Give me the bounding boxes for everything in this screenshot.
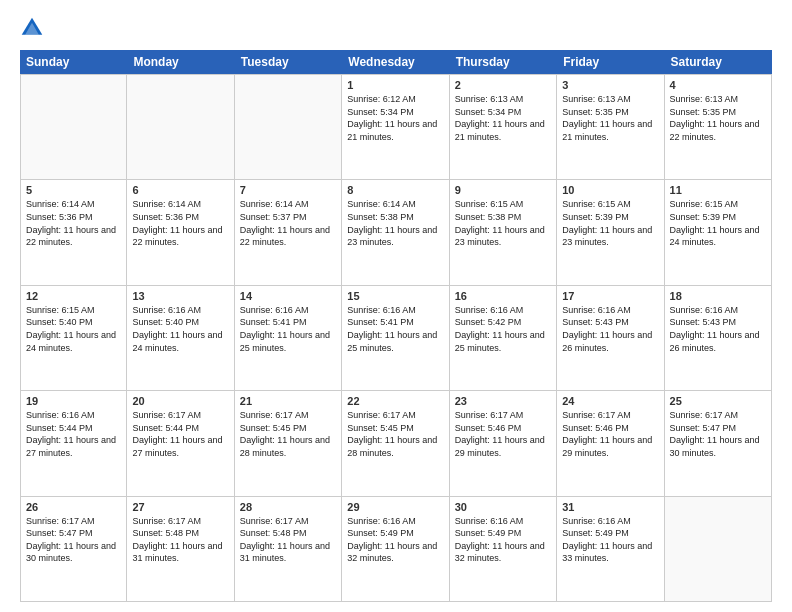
day-info: Sunrise: 6:15 AM Sunset: 5:39 PM Dayligh…: [562, 198, 658, 248]
day-number: 3: [562, 79, 658, 91]
calendar-cell: 12Sunrise: 6:15 AM Sunset: 5:40 PM Dayli…: [20, 286, 127, 390]
weekday-header: Tuesday: [235, 50, 342, 74]
day-info: Sunrise: 6:15 AM Sunset: 5:39 PM Dayligh…: [670, 198, 766, 248]
day-number: 26: [26, 501, 121, 513]
calendar-cell: [235, 75, 342, 179]
day-number: 22: [347, 395, 443, 407]
calendar-week-row: 12Sunrise: 6:15 AM Sunset: 5:40 PM Dayli…: [20, 286, 772, 391]
day-number: 6: [132, 184, 228, 196]
calendar-cell: 16Sunrise: 6:16 AM Sunset: 5:42 PM Dayli…: [450, 286, 557, 390]
calendar-cell: [127, 75, 234, 179]
day-info: Sunrise: 6:13 AM Sunset: 5:34 PM Dayligh…: [455, 93, 551, 143]
day-number: 7: [240, 184, 336, 196]
day-number: 16: [455, 290, 551, 302]
day-info: Sunrise: 6:16 AM Sunset: 5:40 PM Dayligh…: [132, 304, 228, 354]
calendar-cell: [665, 497, 772, 601]
day-number: 23: [455, 395, 551, 407]
day-info: Sunrise: 6:16 AM Sunset: 5:43 PM Dayligh…: [562, 304, 658, 354]
calendar-cell: 23Sunrise: 6:17 AM Sunset: 5:46 PM Dayli…: [450, 391, 557, 495]
calendar-header: SundayMondayTuesdayWednesdayThursdayFrid…: [20, 50, 772, 74]
day-info: Sunrise: 6:17 AM Sunset: 5:48 PM Dayligh…: [240, 515, 336, 565]
day-number: 21: [240, 395, 336, 407]
day-info: Sunrise: 6:17 AM Sunset: 5:47 PM Dayligh…: [670, 409, 766, 459]
day-number: 10: [562, 184, 658, 196]
calendar-cell: [20, 75, 127, 179]
calendar-cell: 27Sunrise: 6:17 AM Sunset: 5:48 PM Dayli…: [127, 497, 234, 601]
day-info: Sunrise: 6:16 AM Sunset: 5:43 PM Dayligh…: [670, 304, 766, 354]
day-info: Sunrise: 6:14 AM Sunset: 5:36 PM Dayligh…: [132, 198, 228, 248]
calendar-cell: 6Sunrise: 6:14 AM Sunset: 5:36 PM Daylig…: [127, 180, 234, 284]
calendar-cell: 24Sunrise: 6:17 AM Sunset: 5:46 PM Dayli…: [557, 391, 664, 495]
calendar-cell: 5Sunrise: 6:14 AM Sunset: 5:36 PM Daylig…: [20, 180, 127, 284]
day-info: Sunrise: 6:17 AM Sunset: 5:48 PM Dayligh…: [132, 515, 228, 565]
calendar-cell: 21Sunrise: 6:17 AM Sunset: 5:45 PM Dayli…: [235, 391, 342, 495]
header: [20, 16, 772, 40]
day-number: 14: [240, 290, 336, 302]
calendar-cell: 30Sunrise: 6:16 AM Sunset: 5:49 PM Dayli…: [450, 497, 557, 601]
day-number: 17: [562, 290, 658, 302]
calendar-cell: 17Sunrise: 6:16 AM Sunset: 5:43 PM Dayli…: [557, 286, 664, 390]
day-info: Sunrise: 6:14 AM Sunset: 5:38 PM Dayligh…: [347, 198, 443, 248]
day-number: 28: [240, 501, 336, 513]
calendar-week-row: 19Sunrise: 6:16 AM Sunset: 5:44 PM Dayli…: [20, 391, 772, 496]
weekday-header: Sunday: [20, 50, 127, 74]
calendar-week-row: 26Sunrise: 6:17 AM Sunset: 5:47 PM Dayli…: [20, 497, 772, 602]
day-info: Sunrise: 6:16 AM Sunset: 5:49 PM Dayligh…: [347, 515, 443, 565]
day-info: Sunrise: 6:17 AM Sunset: 5:44 PM Dayligh…: [132, 409, 228, 459]
calendar-cell: 7Sunrise: 6:14 AM Sunset: 5:37 PM Daylig…: [235, 180, 342, 284]
calendar-cell: 19Sunrise: 6:16 AM Sunset: 5:44 PM Dayli…: [20, 391, 127, 495]
day-number: 13: [132, 290, 228, 302]
calendar-cell: 10Sunrise: 6:15 AM Sunset: 5:39 PM Dayli…: [557, 180, 664, 284]
calendar-cell: 13Sunrise: 6:16 AM Sunset: 5:40 PM Dayli…: [127, 286, 234, 390]
day-number: 1: [347, 79, 443, 91]
day-info: Sunrise: 6:13 AM Sunset: 5:35 PM Dayligh…: [670, 93, 766, 143]
day-info: Sunrise: 6:17 AM Sunset: 5:46 PM Dayligh…: [562, 409, 658, 459]
day-info: Sunrise: 6:16 AM Sunset: 5:41 PM Dayligh…: [347, 304, 443, 354]
day-info: Sunrise: 6:17 AM Sunset: 5:47 PM Dayligh…: [26, 515, 121, 565]
day-number: 31: [562, 501, 658, 513]
weekday-header: Thursday: [450, 50, 557, 74]
day-number: 12: [26, 290, 121, 302]
calendar-cell: 1Sunrise: 6:12 AM Sunset: 5:34 PM Daylig…: [342, 75, 449, 179]
calendar-cell: 25Sunrise: 6:17 AM Sunset: 5:47 PM Dayli…: [665, 391, 772, 495]
day-info: Sunrise: 6:16 AM Sunset: 5:44 PM Dayligh…: [26, 409, 121, 459]
calendar-cell: 9Sunrise: 6:15 AM Sunset: 5:38 PM Daylig…: [450, 180, 557, 284]
calendar-week-row: 5Sunrise: 6:14 AM Sunset: 5:36 PM Daylig…: [20, 180, 772, 285]
day-info: Sunrise: 6:16 AM Sunset: 5:42 PM Dayligh…: [455, 304, 551, 354]
calendar: SundayMondayTuesdayWednesdayThursdayFrid…: [20, 50, 772, 602]
calendar-cell: 3Sunrise: 6:13 AM Sunset: 5:35 PM Daylig…: [557, 75, 664, 179]
calendar-cell: 14Sunrise: 6:16 AM Sunset: 5:41 PM Dayli…: [235, 286, 342, 390]
day-info: Sunrise: 6:15 AM Sunset: 5:38 PM Dayligh…: [455, 198, 551, 248]
weekday-header: Wednesday: [342, 50, 449, 74]
calendar-cell: 8Sunrise: 6:14 AM Sunset: 5:38 PM Daylig…: [342, 180, 449, 284]
day-info: Sunrise: 6:16 AM Sunset: 5:41 PM Dayligh…: [240, 304, 336, 354]
day-info: Sunrise: 6:17 AM Sunset: 5:46 PM Dayligh…: [455, 409, 551, 459]
day-number: 30: [455, 501, 551, 513]
calendar-cell: 28Sunrise: 6:17 AM Sunset: 5:48 PM Dayli…: [235, 497, 342, 601]
calendar-cell: 20Sunrise: 6:17 AM Sunset: 5:44 PM Dayli…: [127, 391, 234, 495]
calendar-cell: 29Sunrise: 6:16 AM Sunset: 5:49 PM Dayli…: [342, 497, 449, 601]
logo-icon: [20, 16, 44, 40]
day-number: 15: [347, 290, 443, 302]
calendar-cell: 11Sunrise: 6:15 AM Sunset: 5:39 PM Dayli…: [665, 180, 772, 284]
day-info: Sunrise: 6:16 AM Sunset: 5:49 PM Dayligh…: [562, 515, 658, 565]
calendar-cell: 31Sunrise: 6:16 AM Sunset: 5:49 PM Dayli…: [557, 497, 664, 601]
calendar-cell: 2Sunrise: 6:13 AM Sunset: 5:34 PM Daylig…: [450, 75, 557, 179]
day-info: Sunrise: 6:13 AM Sunset: 5:35 PM Dayligh…: [562, 93, 658, 143]
page: SundayMondayTuesdayWednesdayThursdayFrid…: [0, 0, 792, 612]
day-number: 5: [26, 184, 121, 196]
day-info: Sunrise: 6:15 AM Sunset: 5:40 PM Dayligh…: [26, 304, 121, 354]
calendar-cell: 15Sunrise: 6:16 AM Sunset: 5:41 PM Dayli…: [342, 286, 449, 390]
day-info: Sunrise: 6:14 AM Sunset: 5:37 PM Dayligh…: [240, 198, 336, 248]
calendar-cell: 26Sunrise: 6:17 AM Sunset: 5:47 PM Dayli…: [20, 497, 127, 601]
calendar-cell: 22Sunrise: 6:17 AM Sunset: 5:45 PM Dayli…: [342, 391, 449, 495]
weekday-header: Monday: [127, 50, 234, 74]
day-number: 25: [670, 395, 766, 407]
calendar-cell: 4Sunrise: 6:13 AM Sunset: 5:35 PM Daylig…: [665, 75, 772, 179]
calendar-week-row: 1Sunrise: 6:12 AM Sunset: 5:34 PM Daylig…: [20, 74, 772, 180]
day-number: 29: [347, 501, 443, 513]
calendar-cell: 18Sunrise: 6:16 AM Sunset: 5:43 PM Dayli…: [665, 286, 772, 390]
day-number: 24: [562, 395, 658, 407]
day-info: Sunrise: 6:17 AM Sunset: 5:45 PM Dayligh…: [347, 409, 443, 459]
day-number: 18: [670, 290, 766, 302]
